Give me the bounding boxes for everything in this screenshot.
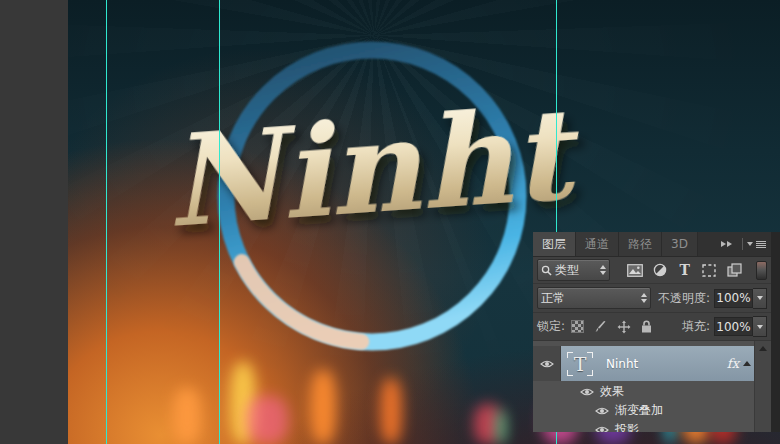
- tab-paths-label: 路径: [628, 236, 652, 253]
- panel-menu-icon[interactable]: [747, 232, 766, 256]
- layer-filter-row: 类型 T: [533, 257, 771, 284]
- lock-paint-brush-icon[interactable]: [594, 320, 607, 333]
- lock-position-move-icon[interactable]: [617, 320, 631, 334]
- tab-layers[interactable]: 图层: [533, 232, 576, 256]
- spinner-arrows-icon: [637, 293, 647, 303]
- pasteboard: [0, 0, 68, 444]
- scroll-up-icon[interactable]: [759, 346, 767, 351]
- filter-pixel-layers-button[interactable]: [624, 261, 646, 279]
- fx-badge[interactable]: fx: [727, 356, 739, 371]
- tab-channels[interactable]: 通道: [576, 232, 619, 256]
- tab-channels-label: 通道: [585, 236, 609, 253]
- tab-paths[interactable]: 路径: [619, 232, 662, 256]
- lock-label: 锁定:: [537, 318, 565, 335]
- adjustment-layer-icon: [653, 263, 667, 277]
- divider: [742, 238, 743, 250]
- smart-object-icon: [727, 263, 742, 277]
- blend-mode-row: 正常 不透明度: 100%: [533, 284, 771, 313]
- pixel-layer-icon: [627, 264, 643, 277]
- collapse-effects-icon[interactable]: [743, 361, 751, 366]
- effect-drop-shadow-row[interactable]: 投影: [533, 420, 771, 432]
- eye-icon[interactable]: [540, 359, 554, 369]
- filter-smart-object-button[interactable]: [723, 261, 745, 279]
- scrollbar[interactable]: [754, 341, 771, 432]
- effects-header-row[interactable]: 效果: [533, 382, 771, 401]
- type-layer-icon: T: [679, 263, 689, 277]
- filter-toggle-icon[interactable]: [756, 261, 767, 280]
- layers-list: T Ninht fx 效果 渐变叠加: [533, 341, 771, 432]
- tab-3d[interactable]: 3D: [662, 232, 698, 256]
- lock-transparency-icon[interactable]: [571, 320, 584, 333]
- eye-icon[interactable]: [580, 387, 594, 397]
- opacity-dropdown-button[interactable]: [753, 288, 767, 309]
- thumbnail-t-glyph: T: [574, 353, 587, 375]
- eye-icon[interactable]: [595, 425, 609, 433]
- effects-header-label: 效果: [600, 383, 624, 400]
- lock-all-icon[interactable]: [641, 320, 652, 333]
- panel-tab-bar: 图层 通道 路径 3D: [533, 232, 771, 257]
- layer-name[interactable]: Ninht: [606, 357, 638, 371]
- fill-value-field[interactable]: 100%: [714, 317, 753, 336]
- blend-mode-value: 正常: [541, 290, 565, 307]
- selected-layer[interactable]: T Ninht fx: [561, 346, 755, 381]
- spinner-arrows-icon: [596, 265, 606, 275]
- vertical-guide[interactable]: [106, 0, 107, 444]
- collapse-panel-icon[interactable]: [721, 232, 732, 256]
- effect-gradient-overlay-row[interactable]: 渐变叠加: [533, 401, 771, 420]
- tab-layers-label: 图层: [542, 236, 566, 253]
- photoshop-workspace: Ninht 图层 通道 路径 3D 类: [0, 0, 780, 444]
- opacity-label: 不透明度:: [658, 290, 710, 307]
- fill-dropdown-button[interactable]: [753, 316, 767, 337]
- vertical-guide[interactable]: [219, 0, 220, 444]
- layers-panel: 图层 通道 路径 3D 类型: [533, 232, 780, 432]
- eye-icon[interactable]: [595, 406, 609, 416]
- search-icon: [541, 265, 552, 276]
- tab-3d-label: 3D: [671, 237, 688, 251]
- type-layer-thumbnail[interactable]: T: [567, 352, 593, 376]
- shape-layer-icon: [702, 264, 716, 277]
- effect-drop-shadow-label: 投影: [615, 421, 639, 432]
- lock-row: 锁定: 填充: 100%: [533, 313, 771, 341]
- layer-visibility-cell[interactable]: [533, 346, 561, 381]
- filter-type-label: 类型: [555, 262, 579, 279]
- opacity-value-field[interactable]: 100%: [714, 289, 753, 308]
- layer-row-ninht[interactable]: T Ninht fx: [533, 346, 755, 381]
- filter-adjustment-layers-button[interactable]: [649, 261, 671, 279]
- effect-gradient-overlay-label: 渐变叠加: [615, 402, 663, 419]
- fill-label: 填充:: [682, 318, 710, 335]
- artwork-title-text: Ninht: [161, 79, 586, 256]
- filter-type-layers-button[interactable]: T: [674, 261, 696, 279]
- filter-type-dropdown[interactable]: 类型: [537, 259, 610, 281]
- blend-mode-dropdown[interactable]: 正常: [537, 287, 651, 309]
- filter-shape-layers-button[interactable]: [699, 261, 721, 279]
